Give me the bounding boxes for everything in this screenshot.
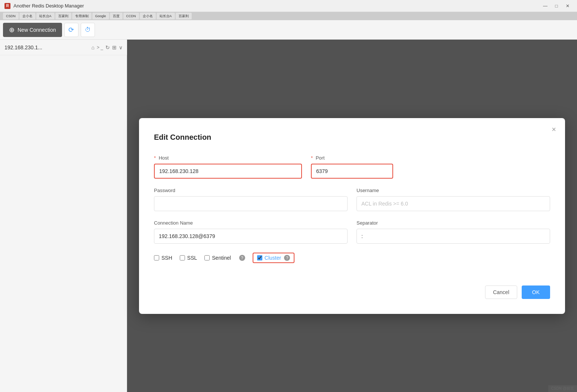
home-icon[interactable]: ⌂	[92, 44, 95, 50]
close-button[interactable]: ✕	[563, 2, 573, 10]
terminal-icon[interactable]: > _	[97, 45, 103, 50]
window-controls: — □ ✕	[540, 2, 573, 10]
ssh-checkbox-item[interactable]: SSH	[154, 255, 172, 261]
main-content: Edit Connection × * Host * Port	[127, 40, 577, 392]
username-label: Username	[357, 188, 550, 193]
new-connection-button[interactable]: ⊕ New Connection	[3, 23, 62, 37]
password-group: Password	[154, 188, 348, 211]
password-username-row: Password Username	[154, 188, 550, 211]
connection-name-label: Connection Name	[154, 220, 348, 226]
ssl-checkbox[interactable]	[180, 255, 185, 260]
plus-icon: ⊕	[9, 26, 15, 34]
modal-overlay: Edit Connection × * Host * Port	[127, 40, 577, 392]
ssh-checkbox[interactable]	[154, 255, 159, 260]
dialog-title: Edit Connection	[154, 133, 550, 142]
dialog-footer: Cancel OK	[154, 285, 550, 299]
cluster-help-icon[interactable]: ?	[284, 255, 290, 261]
browser-tab[interactable]: 专用体制	[72, 13, 92, 19]
sentinel-label: Sentinel	[212, 255, 231, 261]
browser-tabs: CSDN 企小名 站长台A 百家利 专用体制 Google 百度 CCDN 企小…	[0, 12, 577, 20]
timer-button[interactable]: ⏱	[81, 23, 95, 37]
edit-connection-dialog: Edit Connection × * Host * Port	[139, 118, 565, 314]
cluster-checkbox-box[interactable]: Cluster ?	[253, 253, 294, 263]
connection-name-group: Connection Name	[154, 220, 348, 244]
checkboxes-row: SSH SSL Sentinel ? Cluster ?	[154, 253, 550, 263]
port-group: * Port	[311, 155, 393, 179]
connname-separator-row: Connection Name Separator	[154, 220, 550, 244]
connection-item[interactable]: 192.168.230.1... ⌂ > _ ↻ ⊞ ∨	[0, 40, 127, 55]
connection-host: 192.168.230.1...	[4, 44, 87, 50]
main-layout: 192.168.230.1... ⌂ > _ ↻ ⊞ ∨ Edit Connec…	[0, 40, 577, 392]
separator-group: Separator	[357, 220, 550, 244]
username-group: Username	[357, 188, 550, 211]
refresh-button[interactable]: ⟳	[64, 23, 78, 37]
port-label: * Port	[311, 155, 393, 161]
chevron-down-icon[interactable]: ∨	[119, 44, 123, 50]
ssl-label: SSL	[187, 255, 197, 261]
ok-button[interactable]: OK	[522, 285, 550, 299]
ssl-checkbox-item[interactable]: SSL	[180, 255, 197, 261]
app-icon: R	[4, 3, 10, 9]
cancel-button[interactable]: Cancel	[485, 285, 517, 299]
cluster-checkbox[interactable]	[257, 255, 262, 260]
browser-tab[interactable]: CSDN	[3, 13, 19, 19]
browser-tab[interactable]: Google	[92, 13, 109, 19]
row1-spacer	[402, 155, 550, 179]
minimize-button[interactable]: —	[540, 2, 550, 10]
app-toolbar: ⊕ New Connection ⟳ ⏱	[0, 20, 577, 40]
browser-tab[interactable]: 百家利	[55, 13, 71, 19]
password-label: Password	[154, 188, 348, 193]
cluster-label: Cluster	[265, 255, 281, 261]
ssh-label: SSH	[161, 255, 172, 261]
browser-tab[interactable]: 站长台A	[157, 13, 175, 19]
refresh-icon: ⟳	[68, 26, 74, 34]
separator-label: Separator	[357, 220, 550, 226]
sentinel-help-icon[interactable]: ?	[239, 255, 245, 261]
browser-tab[interactable]: 企小名	[19, 13, 36, 19]
grid-icon[interactable]: ⊞	[112, 44, 117, 50]
password-input[interactable]	[154, 196, 348, 211]
sidebar: 192.168.230.1... ⌂ > _ ↻ ⊞ ∨	[0, 40, 127, 392]
browser-tab[interactable]: CCDN	[123, 13, 139, 19]
refresh-icon[interactable]: ↻	[105, 44, 110, 50]
separator-input[interactable]	[357, 229, 550, 244]
browser-tab[interactable]: 站长台A	[36, 13, 55, 19]
browser-tab[interactable]: 企小名	[140, 13, 156, 19]
sentinel-checkbox[interactable]	[204, 255, 210, 260]
port-input[interactable]	[311, 164, 393, 179]
browser-tab[interactable]: 百度	[110, 13, 123, 19]
title-bar: R Another Redis Desktop Manager — □ ✕	[0, 0, 577, 12]
app-title: Another Redis Desktop Manager	[13, 3, 540, 9]
new-connection-label: New Connection	[18, 27, 56, 33]
host-label: * Host	[154, 155, 302, 161]
browser-tab[interactable]: 百家利	[176, 13, 192, 19]
maximize-button[interactable]: □	[552, 2, 561, 10]
username-input[interactable]	[357, 196, 550, 211]
host-group: * Host	[154, 155, 302, 179]
dialog-close-button[interactable]: ×	[552, 126, 556, 133]
host-port-row: * Host * Port	[154, 155, 550, 179]
host-input[interactable]	[154, 164, 302, 179]
connection-name-input[interactable]	[154, 229, 348, 244]
connection-actions: ⌂ > _ ↻ ⊞ ∨	[92, 44, 123, 50]
timer-icon: ⏱	[85, 27, 91, 33]
sentinel-checkbox-item[interactable]: Sentinel	[204, 255, 231, 261]
